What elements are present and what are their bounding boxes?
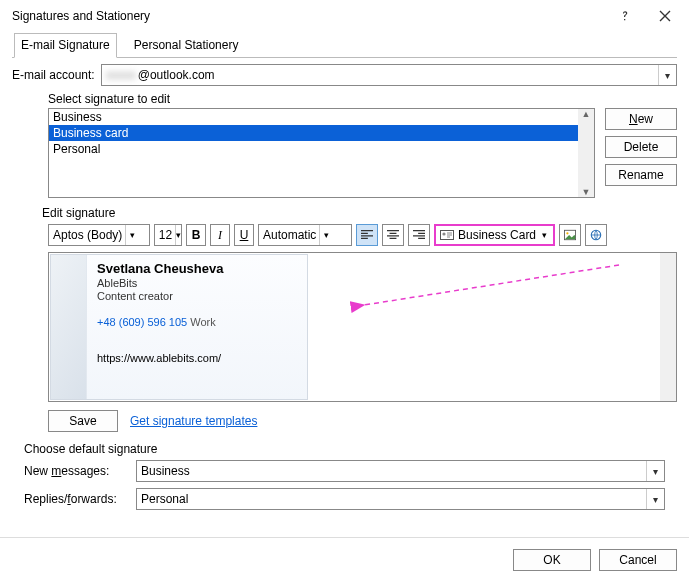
signature-item-personal[interactable]: Personal [49, 141, 594, 157]
card-url: https://www.ablebits.com/ [97, 352, 297, 364]
business-card-icon [440, 229, 454, 241]
card-company: AbleBits [97, 277, 297, 289]
font-family-dropdown[interactable]: Aptos (Body)▾ [48, 224, 150, 246]
italic-button[interactable]: I [210, 224, 230, 246]
card-role: Content creator [97, 290, 297, 302]
close-button[interactable] [645, 0, 685, 32]
editor-toolbar: Aptos (Body)▾ 12▾ B I U Automatic▾ Busin… [48, 222, 677, 248]
align-left-button[interactable] [356, 224, 378, 246]
underline-button[interactable]: U [234, 224, 254, 246]
delete-button[interactable]: Delete [605, 136, 677, 158]
align-center-icon [387, 229, 399, 241]
help-icon [619, 10, 631, 22]
signature-editor[interactable]: Svetlana Cheusheva AbleBits Content crea… [48, 252, 677, 402]
chevron-down-icon: ▾ [542, 230, 547, 240]
chevron-down-icon: ▾ [658, 65, 676, 85]
picture-icon [564, 229, 576, 241]
business-card-preview: Svetlana Cheusheva AbleBits Content crea… [50, 254, 308, 400]
select-signature-label: Select signature to edit [48, 92, 677, 106]
card-photo-placeholder [51, 255, 87, 399]
signature-item-business[interactable]: Business [49, 109, 594, 125]
ok-button[interactable]: OK [513, 549, 591, 571]
new-messages-label: New messages: [24, 464, 130, 478]
font-color-dropdown[interactable]: Automatic▾ [258, 224, 352, 246]
email-account-value: @outlook.com [138, 68, 215, 82]
chevron-down-icon: ▾ [175, 225, 181, 245]
window-title: Signatures and Stationery [12, 9, 150, 23]
card-name: Svetlana Cheusheva [97, 261, 297, 276]
tab-strip: E-mail Signature Personal Stationery [12, 32, 677, 58]
callout-arrow [349, 263, 629, 313]
edit-signature-label: Edit signature [42, 206, 677, 220]
business-card-button[interactable]: Business Card ▾ [434, 224, 555, 246]
scroll-up-icon: ▲ [582, 109, 591, 119]
svg-point-1 [442, 232, 445, 235]
close-icon [659, 10, 671, 22]
insert-picture-button[interactable] [559, 224, 581, 246]
choose-default-label: Choose default signature [24, 442, 677, 456]
tab-personal-stationery[interactable]: Personal Stationery [127, 33, 246, 58]
signature-list[interactable]: Business Business card Personal ▲ ▼ [48, 108, 595, 198]
save-button[interactable]: Save [48, 410, 118, 432]
scroll-down-icon: ▼ [582, 187, 591, 197]
help-button[interactable] [605, 0, 645, 32]
rename-button[interactable]: Rename [605, 164, 677, 186]
align-left-icon [361, 229, 373, 241]
chevron-down-icon: ▾ [319, 225, 333, 245]
svg-point-3 [566, 232, 568, 234]
editor-scrollbar[interactable] [660, 253, 676, 401]
get-templates-link[interactable]: Get signature templates [130, 414, 257, 428]
bold-button[interactable]: B [186, 224, 206, 246]
font-size-dropdown[interactable]: 12▾ [154, 224, 182, 246]
svg-line-5 [364, 265, 619, 305]
link-icon [590, 228, 602, 242]
email-account-dropdown[interactable]: xxxxx @outlook.com ▾ [101, 64, 677, 86]
signature-list-scrollbar[interactable]: ▲ ▼ [578, 109, 594, 197]
replies-forwards-dropdown[interactable]: Personal ▾ [136, 488, 665, 510]
dialog-footer: OK Cancel [0, 537, 689, 581]
replies-forwards-label: Replies/forwards: [24, 492, 130, 506]
signature-item-business-card[interactable]: Business card [49, 125, 594, 141]
align-center-button[interactable] [382, 224, 404, 246]
cancel-button[interactable]: Cancel [599, 549, 677, 571]
insert-hyperlink-button[interactable] [585, 224, 607, 246]
new-button[interactable]: New [605, 108, 677, 130]
chevron-down-icon: ▾ [125, 225, 139, 245]
email-account-local: xxxxx [106, 68, 136, 82]
chevron-down-icon: ▾ [646, 461, 664, 481]
tab-email-signature[interactable]: E-mail Signature [14, 33, 117, 58]
align-right-icon [413, 229, 425, 241]
chevron-down-icon: ▾ [646, 489, 664, 509]
card-phone: +48 (609) 596 105Work [97, 316, 297, 328]
email-account-label: E-mail account: [12, 68, 95, 82]
align-right-button[interactable] [408, 224, 430, 246]
new-messages-dropdown[interactable]: Business ▾ [136, 460, 665, 482]
